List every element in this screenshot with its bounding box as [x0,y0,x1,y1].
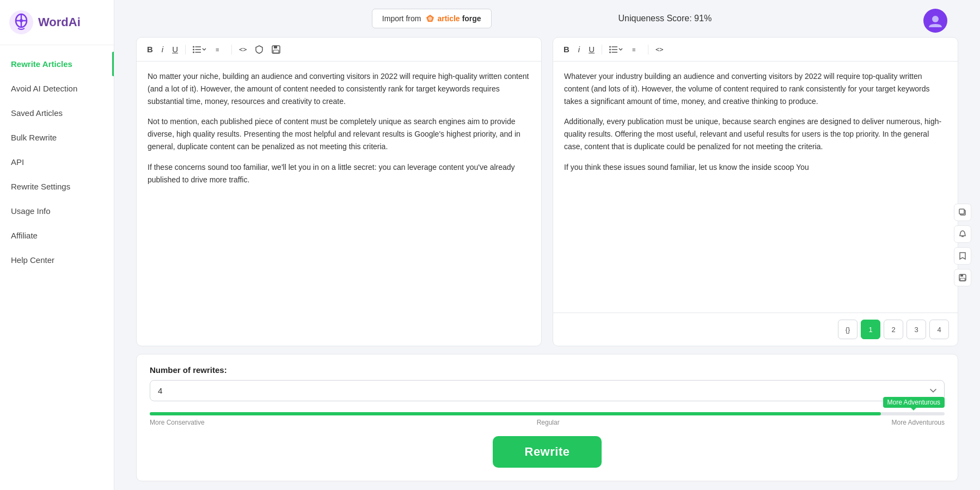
slider-label-regular: Regular [537,419,560,426]
sidebar-item-usage-info[interactable]: Usage Info [0,199,114,223]
svg-point-5 [932,16,939,22]
version-json-button[interactable]: {} [838,320,857,339]
right-editor-panel: B i U ≡ <> Whatever your industry buildi… [553,37,958,346]
right-unordered-list-button[interactable] [607,44,626,55]
left-unordered-list-button[interactable] [190,44,210,55]
articleforge-icon [425,14,435,23]
svg-point-10 [193,48,194,50]
main-content: Import from articleforge Uniqueness Scor… [114,0,980,490]
right-floating-tools [954,204,971,286]
rewrite-button[interactable]: Rewrite [493,436,602,468]
right-toolbar-divider-2 [648,45,648,54]
slider-tooltip: More Adventurous [883,397,945,408]
sidebar-item-rewrite-settings[interactable]: Rewrite Settings [0,174,114,199]
left-ordered-list-button[interactable]: ≡ [213,44,227,55]
slider-label-adventurous: More Adventurous [892,419,945,426]
left-underline-button[interactable]: U [169,43,181,56]
sidebar-item-api[interactable]: API [0,150,114,174]
right-editor-toolbar: B i U ≡ <> [553,38,958,62]
logo-text: WordAi [38,15,81,29]
right-para-2: Additionally, every publication must be … [564,115,947,153]
svg-text:≡: ≡ [632,46,635,53]
svg-text:≡: ≡ [216,46,219,53]
import-button[interactable]: Import from articleforge [372,9,492,28]
logo-area: WordAi [0,0,114,45]
toolbar-divider-1 [185,45,186,54]
notification-tool-button[interactable] [954,225,971,243]
import-label: Import from [382,14,421,23]
sidebar-item-affiliate[interactable]: Affiliate [0,223,114,248]
sidebar-item-avoid-ai-detection[interactable]: Avoid AI Detection [0,76,114,101]
version-2-button[interactable]: 2 [884,320,903,339]
sidebar: WordAi Rewrite Articles Avoid AI Detecti… [0,0,114,490]
svg-point-20 [609,48,611,50]
left-shield-button[interactable] [253,44,266,56]
left-italic-button[interactable]: i [159,43,166,56]
svg-rect-30 [960,278,965,280]
wordai-logo-icon [9,10,34,35]
left-editor-panel: B i U ≡ <> [136,37,542,346]
articleforge-text: article [437,14,460,23]
svg-rect-17 [273,50,279,53]
slider-label-conservative: More Conservative [150,419,205,426]
user-avatar[interactable] [923,9,947,33]
controls-area: Number of rewrites: 1 2 3 4 5 More Adven… [114,346,980,490]
right-code-button[interactable]: <> [653,44,666,55]
save-tool-button[interactable] [954,269,971,286]
right-underline-button[interactable]: U [586,43,597,56]
svg-point-22 [609,51,611,53]
rewrites-select[interactable]: 1 2 3 4 5 [150,380,945,401]
bookmark-tool-button[interactable] [954,247,971,265]
right-toolbar-divider-1 [602,45,602,54]
right-editor-content[interactable]: Whatever your industry building an audie… [553,62,958,313]
left-code-button[interactable]: <> [236,44,249,55]
left-para-3: If these concerns sound too familiar, we… [148,161,530,186]
right-italic-button[interactable]: i [575,43,583,56]
right-ordered-list-button[interactable]: ≡ [629,44,644,55]
version-4-button[interactable]: 4 [929,320,949,339]
right-para-1: Whatever your industry building an audie… [564,70,947,108]
toolbar-divider-2 [231,45,232,54]
left-editor-content[interactable]: No matter your niche, building an audien… [137,62,541,346]
left-editor-toolbar: B i U ≡ <> [137,38,541,62]
copy-tool-button[interactable] [954,204,971,221]
editors-row: B i U ≡ <> [114,37,980,346]
left-save-button[interactable] [269,44,283,56]
nav-menu: Rewrite Articles Avoid AI Detection Save… [0,45,114,490]
sidebar-item-saved-articles[interactable]: Saved Articles [0,101,114,125]
sidebar-item-help-center[interactable]: Help Center [0,248,114,272]
right-para-3: If you think these issues sound familiar… [564,161,947,174]
left-para-2: Not to mention, each published piece of … [148,115,530,153]
svg-point-8 [193,46,194,47]
svg-point-18 [609,46,611,47]
articleforge-forge: forge [462,14,481,23]
svg-point-4 [20,19,23,22]
version-selector: {} 1 2 3 4 [553,313,958,346]
articleforge-logo: articleforge [425,14,481,23]
version-1-button[interactable]: 1 [861,320,880,339]
version-3-button[interactable]: 3 [906,320,926,339]
right-bold-button[interactable]: B [561,43,572,56]
left-para-1: No matter your niche, building an audien… [148,70,530,108]
svg-rect-29 [960,274,963,277]
slider-container: More Adventurous [150,412,945,415]
sidebar-item-rewrite-articles[interactable]: Rewrite Articles [0,52,114,76]
sidebar-item-bulk-rewrite[interactable]: Bulk Rewrite [0,125,114,150]
controls-inner: Number of rewrites: 1 2 3 4 5 More Adven… [136,354,958,481]
uniqueness-score: Uniqueness Score: 91% [618,14,712,23]
svg-rect-16 [274,46,277,48]
left-bold-button[interactable]: B [144,43,156,56]
svg-point-12 [193,51,194,53]
svg-rect-26 [959,209,964,214]
num-rewrites-label: Number of rewrites: [150,365,945,375]
top-bar: Import from articleforge Uniqueness Scor… [114,0,980,37]
slider-labels: More Conservative Regular More Adventuro… [150,419,945,426]
